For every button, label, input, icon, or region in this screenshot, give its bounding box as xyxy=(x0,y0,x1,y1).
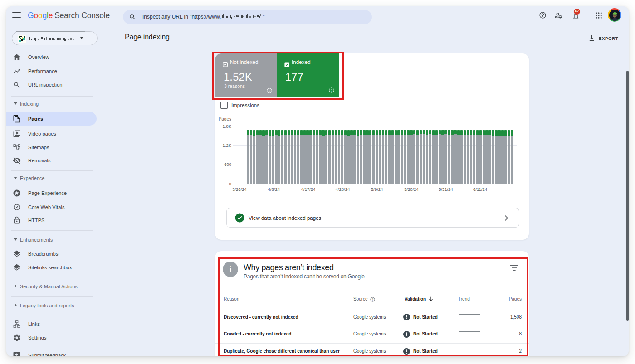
row-reason[interactable]: Duplicate, Google chose different canoni… xyxy=(224,349,340,354)
sidebar-item-url-inspection[interactable]: URL inspection xyxy=(6,78,97,92)
chart-bar[interactable] xyxy=(372,130,375,184)
not-indexed-toggle[interactable]: Not indexed 1.52K 3 reasons ? xyxy=(215,53,277,97)
sidebar-item-page-experience[interactable]: Page Experience xyxy=(6,186,97,200)
chart-bar[interactable] xyxy=(265,130,268,184)
sidebar-item-performance[interactable]: Performance xyxy=(6,64,97,78)
chart-bar[interactable] xyxy=(501,130,503,184)
chart-bar[interactable] xyxy=(495,130,497,184)
chart-bar[interactable] xyxy=(441,130,444,184)
chart-bar[interactable] xyxy=(470,130,472,184)
chart-bar[interactable] xyxy=(278,130,280,184)
chart-bar[interactable] xyxy=(250,130,252,184)
chart-bar[interactable] xyxy=(382,130,384,184)
chart-bar[interactable] xyxy=(316,130,318,184)
chart-bar[interactable] xyxy=(423,130,425,184)
chart-bar[interactable] xyxy=(511,130,513,184)
chart-bar[interactable] xyxy=(407,130,409,184)
chart-bar[interactable] xyxy=(460,130,463,184)
indexed-toggle[interactable]: Indexed 177 ? xyxy=(277,53,339,97)
chart-bar[interactable] xyxy=(479,130,482,184)
chart-bar[interactable] xyxy=(272,130,274,184)
chart-bar[interactable] xyxy=(435,130,438,184)
table-row[interactable]: Crawled - currently not indexedGoogle sy… xyxy=(215,326,529,344)
chart-bar[interactable] xyxy=(391,130,394,184)
chart-bar[interactable] xyxy=(350,130,352,184)
table-row[interactable]: Duplicate, Google chose different canoni… xyxy=(215,344,529,357)
chart-bar[interactable] xyxy=(416,130,419,184)
row-reason[interactable]: Discovered - currently not indexed xyxy=(224,315,298,320)
chart-bar[interactable] xyxy=(432,130,435,184)
chart-bar[interactable] xyxy=(376,130,378,184)
chart-bar[interactable] xyxy=(294,130,296,184)
chart-bar[interactable] xyxy=(444,130,447,184)
filter-icon[interactable] xyxy=(510,265,518,272)
chart-bar[interactable] xyxy=(426,130,428,184)
sidebar-item-settings[interactable]: Settings xyxy=(6,331,97,345)
chart-bar[interactable] xyxy=(259,130,262,184)
chart-bar[interactable] xyxy=(467,130,469,184)
chart-bar[interactable] xyxy=(309,130,312,184)
chart-bar[interactable] xyxy=(369,130,371,184)
chart-bar[interactable] xyxy=(464,130,466,184)
sidebar-section-experience[interactable]: Experience xyxy=(6,174,106,183)
chart-bar[interactable] xyxy=(498,130,500,184)
chart-bar[interactable] xyxy=(357,130,359,184)
chart-bar[interactable] xyxy=(397,130,400,184)
sidebar-item-pages[interactable]: Pages xyxy=(6,112,97,126)
chart-bar[interactable] xyxy=(262,130,264,184)
sidebar-section-enhancements[interactable]: Enhancements xyxy=(6,235,106,244)
chart-bar[interactable] xyxy=(485,130,488,184)
sidebar-item-core-web-vitals[interactable]: Core Web Vitals xyxy=(6,200,97,214)
property-selector[interactable] xyxy=(12,31,98,45)
chart-bar[interactable] xyxy=(451,130,453,184)
chart-bar[interactable] xyxy=(385,130,387,184)
chart-bar[interactable] xyxy=(457,130,459,184)
sidebar-section-indexing[interactable]: Indexing xyxy=(6,99,106,108)
table-row[interactable]: Discovered - currently not indexedGoogle… xyxy=(215,309,529,326)
chart-bar[interactable] xyxy=(284,130,287,184)
chart-bar[interactable] xyxy=(488,130,491,184)
chart-bar[interactable] xyxy=(363,130,365,184)
export-button[interactable]: EXPORT xyxy=(588,34,620,43)
sidebar-item-https[interactable]: HTTPS xyxy=(6,214,97,227)
chart-bar[interactable] xyxy=(504,130,507,184)
chart-bar[interactable] xyxy=(303,130,306,184)
chart-bar[interactable] xyxy=(338,130,340,184)
chart-bar[interactable] xyxy=(281,130,283,184)
sidebar-item-sitelinks-searchbox[interactable]: Sitelinks searchbox xyxy=(6,261,97,274)
chart-bar[interactable] xyxy=(328,130,331,184)
sidebar-item-breadcrumbs[interactable]: Breadcrumbs xyxy=(6,247,97,261)
chart-bar[interactable] xyxy=(332,130,334,184)
sidebar-item-removals[interactable]: Removals xyxy=(6,154,97,167)
col-source[interactable]: Source? xyxy=(353,296,375,302)
chart-bar[interactable] xyxy=(473,130,475,184)
chart-bar[interactable] xyxy=(347,130,350,184)
indexed-help-icon[interactable]: ? xyxy=(329,87,334,93)
sidebar-item-video-pages[interactable]: Video pages xyxy=(6,127,97,141)
chart-bar[interactable] xyxy=(344,130,347,184)
chart-bar[interactable] xyxy=(401,130,403,184)
chart-bar[interactable] xyxy=(492,130,494,184)
chart-bar[interactable] xyxy=(341,130,343,184)
help-icon[interactable] xyxy=(539,11,547,19)
row-reason[interactable]: Crawled - currently not indexed xyxy=(224,331,291,336)
chart-bar[interactable] xyxy=(366,130,368,184)
chart-bar[interactable] xyxy=(508,130,510,184)
chart-bar[interactable] xyxy=(388,130,391,184)
sidebar-item-sitemaps[interactable]: Sitemaps xyxy=(6,141,97,154)
chart-bar[interactable] xyxy=(300,130,303,184)
sidebar-section-security-manual-actions[interactable]: Security & Manual Actions xyxy=(6,282,106,291)
chart-bar[interactable] xyxy=(297,130,299,184)
col-validation[interactable]: Validation xyxy=(405,296,433,301)
chart-bar[interactable] xyxy=(483,130,485,184)
chart-bar[interactable] xyxy=(335,130,337,184)
sidebar-item-overview[interactable]: Overview xyxy=(6,50,97,64)
not-indexed-help-icon[interactable]: ? xyxy=(267,88,272,93)
chart-bar[interactable] xyxy=(256,130,259,184)
impressions-toggle[interactable]: Impressions xyxy=(220,102,293,110)
sidebar-item-links[interactable]: Links xyxy=(6,317,97,331)
chart-bar[interactable] xyxy=(429,130,431,184)
chart-bar[interactable] xyxy=(379,130,381,184)
chart-bar[interactable] xyxy=(313,130,315,184)
chart-bar[interactable] xyxy=(275,130,277,184)
